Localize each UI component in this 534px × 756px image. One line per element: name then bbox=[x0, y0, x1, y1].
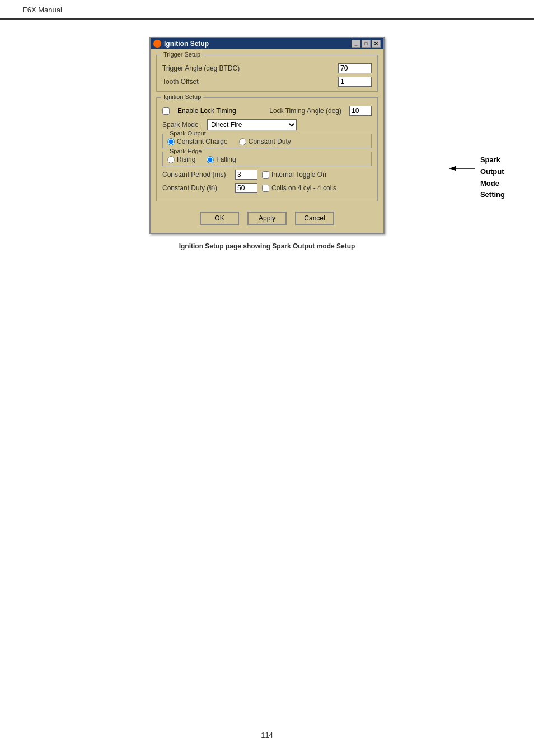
figure-caption: Ignition Setup page showing Spark Output… bbox=[127, 242, 407, 250]
apply-button[interactable]: Apply bbox=[247, 212, 287, 225]
trigger-angle-label: Trigger Angle (deg BTDC) bbox=[162, 64, 338, 72]
spark-mode-row: Spark Mode Direct Fire Wasted Spark Dist… bbox=[162, 119, 372, 130]
cancel-button[interactable]: Cancel bbox=[295, 212, 334, 225]
constant-duty-label: Constant Duty (%) bbox=[162, 184, 235, 192]
button-row: OK Apply Cancel bbox=[156, 207, 378, 227]
lock-timing-angle-label: Lock Timing Angle (deg) bbox=[269, 107, 341, 115]
spark-mode-select[interactable]: Direct Fire Wasted Spark Distributor bbox=[207, 119, 297, 130]
dialog-body: Trigger Setup Trigger Angle (deg BTDC) T… bbox=[151, 49, 383, 233]
constant-duty-radio[interactable] bbox=[239, 138, 246, 145]
coils-label: Coils on 4 cyl - 4 coils bbox=[271, 184, 336, 192]
annotation-line1: Spark bbox=[480, 154, 505, 166]
annotation-text: Spark Output Mode Setting bbox=[480, 154, 505, 201]
titlebar-controls[interactable]: _ □ ✕ bbox=[352, 40, 381, 48]
annotation-wrapper: Spark Output Mode Setting bbox=[447, 154, 505, 201]
internal-toggle-checkbox[interactable] bbox=[262, 171, 269, 179]
annotation-line2: Output bbox=[480, 166, 505, 178]
ok-button[interactable]: OK bbox=[200, 212, 239, 225]
trigger-setup-group: Trigger Setup Trigger Angle (deg BTDC) T… bbox=[156, 55, 378, 92]
page-number: 114 bbox=[261, 731, 273, 739]
close-button[interactable]: ✕ bbox=[372, 40, 381, 48]
manual-title: E6X Manual bbox=[22, 6, 62, 14]
internal-toggle-container: Internal Toggle On bbox=[262, 171, 326, 179]
rising-label: Rising bbox=[177, 156, 195, 163]
trigger-setup-label: Trigger Setup bbox=[161, 51, 203, 58]
minimize-button[interactable]: _ bbox=[352, 40, 360, 48]
ignition-setup-group: Ignition Setup Enable Lock Timing Lock T… bbox=[156, 97, 378, 201]
dialog-titlebar: Ignition Setup _ □ ✕ bbox=[151, 38, 383, 49]
enable-lock-timing-label: Enable Lock Timing bbox=[177, 107, 236, 115]
constant-duty-radio-label: Constant Duty bbox=[249, 138, 291, 145]
constant-charge-label: Constant Charge bbox=[177, 138, 228, 145]
page-header: E6X Manual bbox=[0, 0, 534, 20]
tooth-offset-input[interactable] bbox=[338, 77, 372, 87]
trigger-angle-input[interactable] bbox=[338, 63, 372, 73]
spark-edge-label: Spark Edge bbox=[167, 148, 204, 154]
maximize-button[interactable]: □ bbox=[362, 40, 371, 48]
falling-radio[interactable] bbox=[207, 156, 214, 163]
dialog-title: Ignition Setup bbox=[164, 40, 209, 48]
constant-period-input[interactable] bbox=[235, 170, 257, 180]
tooth-offset-label: Tooth Offset bbox=[162, 78, 338, 86]
constant-charge-radio[interactable] bbox=[167, 138, 175, 145]
internal-toggle-label: Internal Toggle On bbox=[271, 171, 326, 179]
tooth-offset-row: Tooth Offset bbox=[162, 77, 372, 87]
trigger-angle-row: Trigger Angle (deg BTDC) bbox=[162, 63, 372, 73]
constant-period-row: Constant Period (ms) Internal Toggle On bbox=[162, 170, 372, 180]
rising-radio-item: Rising bbox=[167, 156, 195, 163]
annotation-line4: Setting bbox=[480, 189, 505, 201]
spark-output-label: Spark Output bbox=[167, 130, 208, 137]
annotation-arrow bbox=[447, 160, 480, 177]
falling-label: Falling bbox=[216, 156, 236, 163]
dialog-icon bbox=[153, 40, 161, 48]
constant-duty-input[interactable] bbox=[235, 183, 257, 193]
ignition-setup-dialog: Ignition Setup _ □ ✕ Trigger Setup bbox=[149, 37, 385, 234]
spark-mode-label: Spark Mode bbox=[162, 121, 207, 129]
constant-period-label: Constant Period (ms) bbox=[162, 171, 235, 179]
coils-container: Coils on 4 cyl - 4 coils bbox=[262, 184, 336, 192]
spark-output-group: Spark Output Constant Charge Constant Du… bbox=[162, 134, 372, 148]
titlebar-left: Ignition Setup bbox=[153, 40, 209, 48]
ignition-setup-group-label: Ignition Setup bbox=[161, 93, 203, 100]
constant-duty-row: Constant Duty (%) Coils on 4 cyl - 4 coi… bbox=[162, 183, 372, 193]
spark-edge-group: Spark Edge Rising Falling bbox=[162, 152, 372, 166]
falling-radio-item: Falling bbox=[207, 156, 236, 163]
constant-duty-radio-item: Constant Duty bbox=[239, 138, 291, 145]
lock-timing-angle-input[interactable] bbox=[349, 106, 372, 116]
annotation-line3: Mode bbox=[480, 178, 505, 190]
enable-lock-timing-checkbox[interactable] bbox=[162, 107, 170, 115]
page-content: Ignition Setup _ □ ✕ Trigger Setup bbox=[0, 20, 534, 250]
coils-checkbox[interactable] bbox=[262, 185, 269, 192]
dialog-wrapper: Ignition Setup _ □ ✕ Trigger Setup bbox=[149, 37, 385, 234]
rising-radio[interactable] bbox=[167, 156, 175, 163]
constant-charge-radio-item: Constant Charge bbox=[167, 138, 228, 145]
